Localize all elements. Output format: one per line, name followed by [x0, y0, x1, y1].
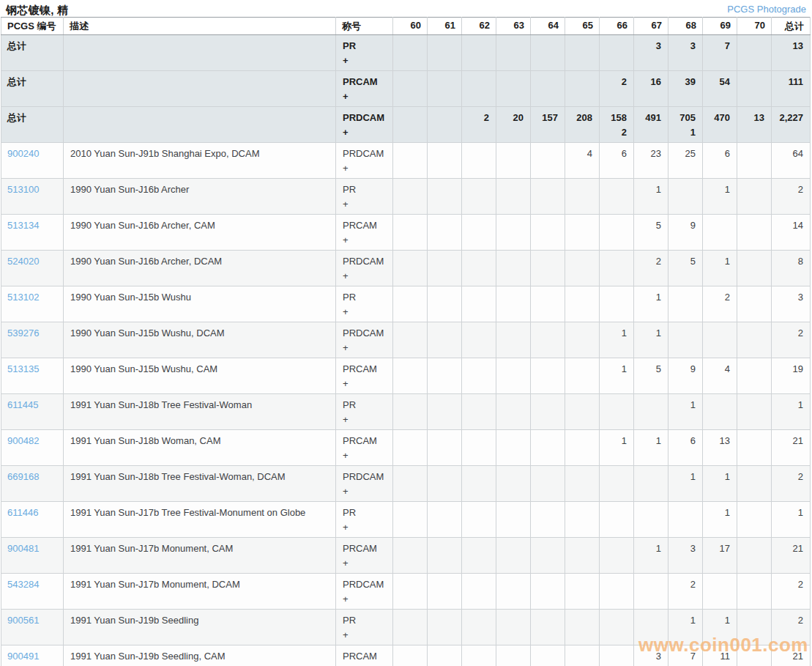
grade-69-cell: 1 [703, 610, 737, 645]
grade-62-cell [462, 286, 496, 322]
grade-count: 1 [606, 326, 627, 341]
grade-count: 6 [675, 434, 696, 448]
grade-70-cell [737, 179, 772, 215]
grade-64-cell [531, 430, 565, 466]
grade-61-cell [428, 645, 462, 666]
pcgs-number-link[interactable]: 900561 [7, 615, 39, 626]
pcgs-number-link[interactable]: 669168 [7, 471, 39, 482]
grade-65-cell [565, 358, 600, 394]
pcgs-number-link[interactable]: 513134 [7, 220, 39, 231]
table-row: 6691681991 Yuan Sun-J18b Tree Festival-W… [1, 466, 811, 502]
pcgs-number-link[interactable]: 611446 [7, 507, 38, 518]
designation-plus: + [343, 592, 386, 607]
pcgs-number-link[interactable]: 513135 [7, 363, 39, 374]
row-total: 2 [772, 466, 811, 502]
grade-66-cell [600, 215, 634, 251]
pcgs-photograde-link[interactable]: PCGS Photograde [727, 4, 806, 15]
grade-70-cell [737, 538, 772, 574]
grade-66-cell: 1 [600, 430, 634, 466]
summary-grade-value: 208 [572, 111, 592, 125]
grade-62-cell [462, 502, 496, 538]
summary-grade-62 [462, 71, 496, 107]
table-row: 9004911991 Yuan Sun-J19b Seedling, CAMPR… [1, 645, 811, 666]
grade-count: 1 [675, 613, 696, 628]
grade-count: 1 [606, 434, 627, 448]
grade-70-cell [737, 574, 772, 610]
grade-66-cell [600, 394, 634, 430]
grade-65-cell [565, 538, 600, 574]
table-row: 5131351990 Yuan Sun-J15b Wushu, CAMPRCAM… [1, 358, 811, 394]
pcgs-number-link[interactable]: 900482 [7, 435, 39, 446]
coin-description: 1991 Yuan Sun-J19b Seedling, CAM [64, 645, 336, 666]
designation-plus: + [343, 412, 386, 427]
col-header-grade-68: 68 [668, 18, 703, 35]
grade-count: 1 [709, 613, 730, 628]
row-total: 14 [772, 215, 811, 251]
designation-cell: PRDCAM+ [336, 466, 393, 502]
designation-cell: PRCAM+ [336, 430, 393, 466]
grade-61-cell [428, 322, 462, 358]
designation-cell: PR+ [336, 286, 393, 322]
summary-grade-60 [393, 107, 428, 143]
grade-65-cell [565, 430, 600, 466]
designation-cell: PRCAM+ [336, 215, 393, 251]
col-header-grade-65: 65 [565, 18, 600, 35]
table-row: 9005611991 Yuan Sun-J19b SeedlingPR+112 [1, 610, 811, 645]
grade-count: 1 [641, 541, 661, 556]
grade-67-cell [634, 502, 668, 538]
summary-grade-63 [496, 71, 531, 107]
grade-68-cell: 9 [668, 358, 703, 394]
pcgs-number-link[interactable]: 611445 [7, 399, 38, 410]
grade-63-cell [496, 286, 531, 322]
grade-64-cell [531, 502, 565, 538]
summary-grade-value: 16 [641, 75, 661, 89]
pcgs-number-link[interactable]: 513102 [7, 292, 39, 303]
summary-grade-69: 470 [703, 107, 737, 143]
summary-grade-60 [393, 71, 428, 107]
table-row: 9004821991 Yuan Sun-J18b Woman, CAMPRCAM… [1, 430, 811, 466]
grade-61-cell [428, 610, 462, 645]
summary-grade-67: 16 [634, 71, 668, 107]
coin-description: 1991 Yuan Sun-J18b Woman, CAM [64, 430, 336, 466]
grade-65-cell [565, 502, 600, 538]
grade-69-cell [703, 322, 737, 358]
grade-68-cell: 25 [668, 143, 703, 179]
col-header-grade-63: 63 [496, 18, 531, 35]
designation-cell: PRDCAM+ [336, 322, 393, 358]
grade-60-cell [393, 286, 428, 322]
grade-count: 4 [709, 362, 730, 377]
pcgs-number-link[interactable]: 543284 [7, 579, 39, 590]
grade-67-cell: 5 [634, 215, 668, 251]
grade-60-cell [393, 358, 428, 394]
designation-label: PRDCAM [343, 254, 386, 269]
grade-62-cell [462, 215, 496, 251]
grade-68-cell: 3 [668, 538, 703, 574]
summary-designation: PRDCAM+ [336, 107, 393, 143]
summary-grade-65: 208 [565, 107, 600, 143]
coin-description: 1991 Yuan Sun-J17b Monument, CAM [64, 538, 336, 574]
grade-61-cell [428, 394, 462, 430]
grade-count: 2 [675, 577, 696, 592]
pcgs-number-link[interactable]: 513100 [7, 184, 39, 195]
grade-61-cell [428, 143, 462, 179]
designation-label: PR [343, 182, 386, 197]
grade-61-cell [428, 358, 462, 394]
summary-grade-value: 2 [469, 111, 489, 125]
grade-65-cell [565, 645, 600, 666]
row-total: 1 [772, 394, 811, 430]
grade-count: 9 [675, 218, 696, 233]
grade-66-cell [600, 286, 634, 322]
pcgs-number-link[interactable]: 539276 [7, 328, 39, 338]
page-title: 钢芯镀镍, 精 [6, 4, 68, 18]
pcgs-number-cell: 524020 [1, 251, 64, 286]
pcgs-number-link[interactable]: 900491 [7, 651, 39, 662]
grade-63-cell [496, 466, 531, 502]
table-row: 6114451991 Yuan Sun-J18b Tree Festival-W… [1, 394, 811, 430]
summary-grade-value: 157 [537, 111, 558, 125]
grade-70-cell [737, 143, 772, 179]
pcgs-number-link[interactable]: 900481 [7, 543, 39, 554]
pcgs-number-link[interactable]: 524020 [7, 256, 39, 267]
summary-grade-value: 470 [709, 111, 730, 125]
summary-row: 总计PR+33713 [1, 35, 811, 71]
pcgs-number-link[interactable]: 900240 [7, 148, 39, 159]
